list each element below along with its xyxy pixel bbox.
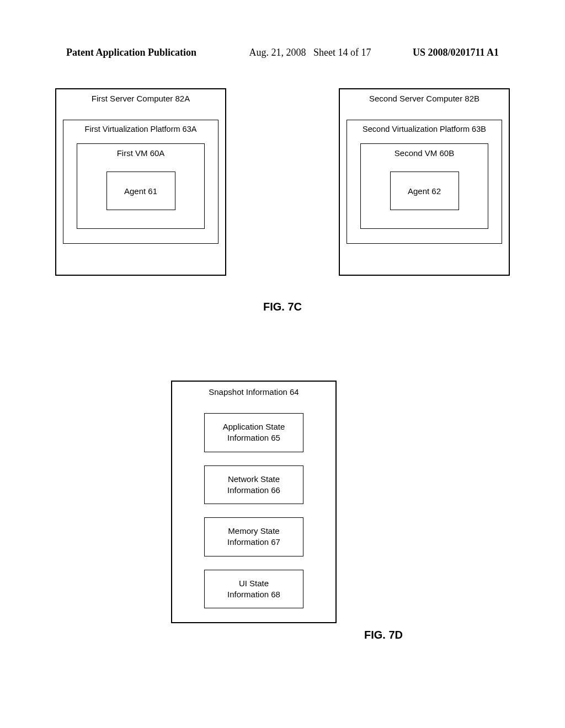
fig-7c-diagram: First Server Computer 82A First Virtuali…	[55, 88, 510, 276]
network-state-box: Network State Information 66	[204, 465, 303, 505]
second-agent-label: Agent 62	[408, 186, 441, 196]
snapshot-box: Snapshot Information 64 Application Stat…	[171, 381, 337, 623]
first-vm-box: First VM 60A Agent 61	[77, 143, 205, 229]
pub-number: US 2008/0201711 A1	[413, 47, 499, 58]
first-platform-box: First Virtualization Platform 63A First …	[63, 120, 218, 244]
memory-state-line2: Information 67	[207, 537, 301, 548]
pub-date: Aug. 21, 2008	[249, 47, 306, 58]
first-server-box: First Server Computer 82A First Virtuali…	[55, 88, 226, 276]
first-platform-title: First Virtualization Platform 63A	[71, 125, 210, 133]
second-agent-box: Agent 62	[390, 172, 459, 210]
page-header: Patent Application Publication Aug. 21, …	[0, 47, 565, 58]
pub-type: Patent Application Publication	[66, 47, 196, 58]
app-state-line2: Information 65	[207, 432, 301, 443]
page-content: First Server Computer 82A First Virtuali…	[22, 72, 543, 706]
network-state-line1: Network State	[207, 474, 301, 485]
second-server-box: Second Server Computer 82B Second Virtua…	[339, 88, 510, 276]
second-platform-box: Second Virtualization Platform 63B Secon…	[347, 120, 502, 244]
ui-state-line1: UI State	[207, 578, 301, 589]
ui-state-box: UI State Information 68	[204, 570, 303, 609]
memory-state-line1: Memory State	[207, 526, 301, 537]
first-vm-title: First VM 60A	[94, 148, 188, 158]
second-server-title: Second Server Computer 82B	[347, 94, 502, 103]
app-state-box: Application State Information 65	[204, 413, 303, 452]
sheet-number: Sheet 14 of 17	[313, 47, 371, 58]
network-state-line2: Information 66	[207, 485, 301, 496]
fig-7d-caption: FIG. 7D	[364, 629, 403, 641]
app-state-line1: Application State	[207, 421, 301, 432]
second-vm-title: Second VM 60B	[377, 148, 471, 158]
first-server-title: First Server Computer 82A	[63, 94, 218, 103]
first-agent-label: Agent 61	[124, 186, 157, 196]
ui-state-line2: Information 68	[207, 589, 301, 600]
memory-state-box: Memory State Information 67	[204, 517, 303, 556]
second-vm-box: Second VM 60B Agent 62	[360, 143, 488, 229]
snapshot-title: Snapshot Information 64	[189, 387, 319, 397]
pub-date-sheet: Aug. 21, 2008 Sheet 14 of 17	[196, 47, 413, 58]
fig-7d-diagram: Snapshot Information 64 Application Stat…	[171, 381, 337, 623]
second-platform-title: Second Virtualization Platform 63B	[355, 125, 494, 133]
first-agent-box: Agent 61	[106, 172, 175, 210]
fig-7c-caption: FIG. 7C	[22, 301, 543, 313]
